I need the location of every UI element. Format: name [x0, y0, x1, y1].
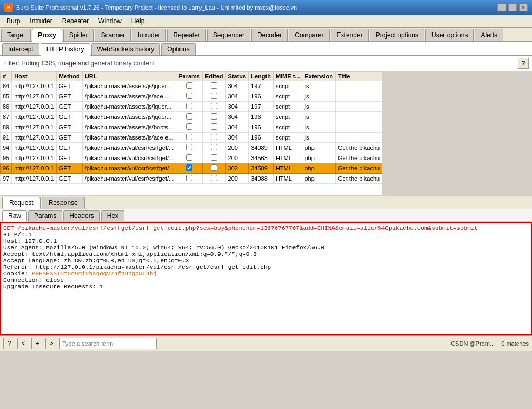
col-header-num[interactable]: #: [1, 72, 12, 81]
title-bar: B Burp Suite Professional v1.7.26 - Temp…: [0, 0, 532, 15]
forward-button[interactable]: >: [45, 338, 57, 349]
edited-checkbox[interactable]: [211, 134, 217, 140]
table-row[interactable]: 94http://127.0.0.1GET/pikachu-master/vul…: [1, 143, 382, 153]
table-row[interactable]: 84http://127.0.0.1GET/pikachu-master/ass…: [1, 81, 382, 91]
tab-params[interactable]: Params: [28, 210, 62, 221]
params-checkbox[interactable]: [186, 154, 192, 161]
edited-checkbox[interactable]: [211, 154, 217, 161]
col-header-params[interactable]: Params: [176, 72, 203, 81]
params-checkbox[interactable]: [186, 175, 192, 181]
col-header-title[interactable]: Title: [336, 72, 382, 81]
params-checkbox[interactable]: [186, 164, 192, 171]
col-header-ext[interactable]: Extension: [302, 72, 336, 81]
params-checkbox[interactable]: [186, 113, 192, 120]
params-checkbox[interactable]: [186, 103, 192, 109]
table-header-row: # Host Method URL Params Edited Status L…: [1, 72, 382, 81]
tab-http-history[interactable]: HTTP history: [41, 43, 90, 56]
tab-user-options[interactable]: User options: [425, 29, 474, 41]
tab-sequencer[interactable]: Sequencer: [207, 29, 250, 41]
tab-response[interactable]: Response: [42, 197, 85, 209]
menu-burp[interactable]: Burp: [2, 16, 24, 26]
main-tab-bar: Target Proxy Spider Scanner Intruder Rep…: [0, 28, 532, 42]
tab-proxy[interactable]: Proxy: [32, 29, 62, 42]
table-row[interactable]: 85http://127.0.0.1GET/pikachu-master/ass…: [1, 91, 382, 102]
col-header-edited[interactable]: Edited: [202, 72, 225, 81]
params-checkbox[interactable]: [186, 93, 192, 99]
back-button[interactable]: <: [17, 338, 29, 349]
tab-comparer[interactable]: Comparer: [289, 29, 329, 41]
edited-checkbox[interactable]: [211, 175, 217, 181]
edited-checkbox[interactable]: [211, 164, 217, 171]
edited-checkbox[interactable]: [211, 103, 217, 109]
request-line-2: HTTP/1.1: [3, 232, 32, 238]
params-checkbox[interactable]: [186, 82, 192, 89]
tab-decoder[interactable]: Decoder: [251, 29, 288, 41]
help-status-button[interactable]: ?: [3, 338, 15, 349]
col-header-url[interactable]: URL: [82, 72, 176, 81]
edited-checkbox[interactable]: [211, 144, 217, 150]
tab-project-options[interactable]: Project options: [370, 29, 424, 41]
tab-intruder[interactable]: Intruder: [132, 29, 166, 41]
tab-raw[interactable]: Raw: [2, 210, 27, 222]
request-line-6: Accept-Language: zh-CN,zh;q=0.8,en-US;q=…: [3, 258, 189, 264]
table-row[interactable]: 96http://127.0.0.1GET/pikachu-master/vul…: [1, 163, 382, 174]
tab-target[interactable]: Target: [1, 29, 31, 41]
minimize-button[interactable]: ─: [497, 4, 506, 11]
close-button[interactable]: ✕: [519, 4, 528, 11]
status-right: CSDN @Prom... 0 matches: [451, 340, 529, 347]
params-checkbox[interactable]: [186, 134, 192, 140]
search-input[interactable]: [59, 338, 157, 349]
table-row[interactable]: 87http://127.0.0.1GET/pikachu-master/ass…: [1, 112, 382, 122]
table-row[interactable]: 91http://127.0.0.1GET/pikachu-master/ass…: [1, 133, 382, 143]
menu-window[interactable]: Window: [94, 16, 126, 26]
menu-intruder[interactable]: Intruder: [25, 16, 56, 26]
table-row[interactable]: 95http://127.0.0.1GET/pikachu-master/vul…: [1, 153, 382, 163]
table-row[interactable]: 86http://127.0.0.1GET/pikachu-master/ass…: [1, 102, 382, 112]
edited-checkbox[interactable]: [211, 113, 217, 120]
menu-repeater[interactable]: Repeater: [58, 16, 93, 26]
request-line-1: GET /pikachu-master/vul/csrf/csrfget/csr…: [3, 225, 478, 232]
filter-bar: Filter: Hiding CSS, image and general bi…: [0, 56, 532, 71]
col-header-method[interactable]: Method: [56, 72, 82, 81]
format-tab-bar: Raw Params Headers Hex: [0, 209, 532, 222]
bottom-pane: Request Response Raw Params Headers Hex …: [0, 196, 532, 335]
filter-help-button[interactable]: ?: [518, 58, 529, 69]
edited-checkbox[interactable]: [211, 93, 217, 99]
edited-checkbox[interactable]: [211, 82, 217, 89]
params-checkbox[interactable]: [186, 144, 192, 150]
http-history-table-container[interactable]: # Host Method URL Params Edited Status L…: [0, 71, 382, 196]
menu-bar: Burp Intruder Repeater Window Help: [0, 15, 532, 28]
menu-help[interactable]: Help: [127, 16, 149, 26]
col-header-length[interactable]: Length: [249, 72, 274, 81]
restore-button[interactable]: □: [508, 4, 517, 11]
request-cookie-value: PHPSESSID=2o9gi2bsqoqv24fn9hgquu4bj: [32, 271, 157, 277]
tab-websockets-history[interactable]: WebSockets history: [91, 43, 161, 55]
col-header-mime[interactable]: MIME t...: [273, 72, 302, 81]
request-line-10: Upgrade-Insecure-Requests: 1: [3, 283, 103, 290]
filter-text: Filter: Hiding CSS, image and general bi…: [3, 60, 155, 67]
tab-headers[interactable]: Headers: [63, 210, 99, 221]
matches-text: 0 matches: [501, 340, 529, 347]
table-row[interactable]: 97http://127.0.0.1GET/pikachu-master/vul…: [1, 174, 382, 184]
edited-checkbox[interactable]: [211, 123, 217, 130]
add-button[interactable]: +: [31, 338, 43, 349]
proxy-tab-bar: Intercept HTTP history WebSockets histor…: [0, 42, 532, 56]
col-header-host[interactable]: Host: [12, 72, 56, 81]
table-body: 84http://127.0.0.1GET/pikachu-master/ass…: [1, 81, 382, 184]
col-header-status[interactable]: Status: [225, 72, 249, 81]
tab-request[interactable]: Request: [2, 197, 41, 209]
request-line-9: Connection: close: [3, 277, 64, 283]
tab-spider[interactable]: Spider: [63, 29, 94, 41]
tab-repeater[interactable]: Repeater: [167, 29, 205, 41]
params-checkbox[interactable]: [186, 123, 192, 130]
table-row[interactable]: 89http://127.0.0.1GET/pikachu-master/ass…: [1, 122, 382, 133]
tab-scanner[interactable]: Scanner: [95, 29, 131, 41]
tab-alerts[interactable]: Alerts: [475, 29, 503, 41]
tab-extender[interactable]: Extender: [331, 29, 369, 41]
tab-intercept[interactable]: Intercept: [2, 43, 39, 55]
tab-hex[interactable]: Hex: [101, 210, 124, 221]
request-content-area[interactable]: GET /pikachu-master/vul/csrf/csrfget/csr…: [0, 222, 532, 335]
request-line-3: Host: 127.0.0.1: [3, 238, 57, 245]
tab-options[interactable]: Options: [161, 43, 195, 55]
request-cookie-label: Cookie:: [3, 271, 32, 277]
